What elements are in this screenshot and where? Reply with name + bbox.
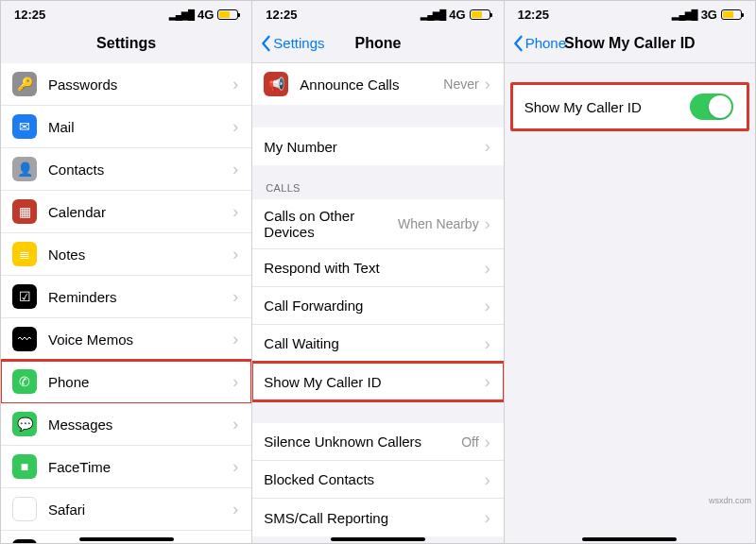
back-button[interactable]: Phone xyxy=(512,24,566,62)
signal-icon: ▂▄▆█ xyxy=(672,9,696,20)
status-right: ▂▄▆█ 4G xyxy=(169,8,239,22)
row-label: Respond with Text xyxy=(264,260,484,276)
settings-row-messages[interactable]: 💬Messages› xyxy=(1,403,251,446)
settings-row-contacts[interactable]: 👤Contacts› xyxy=(1,148,251,191)
row-sms-call-reporting[interactable]: SMS/Call Reporting› xyxy=(252,499,503,536)
settings-row-calendar[interactable]: ▦Calendar› xyxy=(1,191,251,233)
chevron-right-icon: › xyxy=(485,138,490,155)
battery-icon xyxy=(217,9,238,20)
caller-id-screen: 12:25 ▂▄▆█ 3G Phone Show My Caller ID Sh… xyxy=(505,1,755,543)
status-time: 12:25 xyxy=(518,8,549,22)
chevron-right-icon: › xyxy=(485,298,490,314)
calls-row-call-waiting[interactable]: Call Waiting› xyxy=(252,325,503,363)
safari-icon: ⊕ xyxy=(12,497,37,521)
settings-row-reminders[interactable]: ☑︎Reminders› xyxy=(1,276,251,318)
calls-row-call-forwarding[interactable]: Call Forwarding› xyxy=(252,287,503,325)
page-title: Show My Caller ID xyxy=(564,35,696,52)
settings-row-notes[interactable]: ≣Notes› xyxy=(1,233,251,276)
home-indicator[interactable] xyxy=(331,537,425,541)
status-right: ▂▄▆█ 4G xyxy=(421,8,490,22)
chevron-right-icon: › xyxy=(232,203,238,220)
row-label: Voice Memos xyxy=(48,332,232,348)
status-bar: 12:25 ▂▄▆█ 4G xyxy=(1,1,251,24)
row-label: Announce Calls xyxy=(300,76,443,93)
voicememo-icon: 〰 xyxy=(12,327,37,351)
row-label: FaceTime xyxy=(48,459,232,475)
show-caller-id-toggle[interactable] xyxy=(690,94,733,120)
back-label: Settings xyxy=(273,35,324,51)
settings-row-mail[interactable]: ✉︎Mail› xyxy=(1,106,251,148)
row-label: Calendar xyxy=(48,204,232,220)
row-label: Show My Caller ID xyxy=(524,99,690,115)
phone-settings-list[interactable]: 📢 Announce Calls Never › My Number › CAL… xyxy=(252,63,503,543)
chevron-right-icon: › xyxy=(232,458,238,475)
row-label: Messages xyxy=(48,416,232,433)
network-label: 3G xyxy=(701,8,717,22)
back-button[interactable]: Settings xyxy=(260,24,324,62)
announce-calls-row[interactable]: 📢 Announce Calls Never › xyxy=(252,63,503,105)
chevron-right-icon: › xyxy=(232,288,238,305)
chevron-right-icon: › xyxy=(232,76,238,93)
caller-id-content: Show My Caller ID xyxy=(505,63,755,543)
row-label: Contacts xyxy=(48,162,232,178)
chevron-right-icon: › xyxy=(485,76,490,93)
row-value: Off xyxy=(461,434,478,450)
chevron-right-icon: › xyxy=(232,416,238,433)
battery-icon xyxy=(470,9,490,20)
row-silence-unknown-callers[interactable]: Silence Unknown CallersOff› xyxy=(252,423,503,461)
page-title: Settings xyxy=(96,35,156,52)
mail-icon: ✉︎ xyxy=(12,114,37,139)
phone-icon: ✆ xyxy=(12,369,37,394)
settings-screen: 12:25 ▂▄▆█ 4G Settings 🔑Passwords›✉︎Mail… xyxy=(1,1,252,543)
row-blocked-contacts[interactable]: Blocked Contacts› xyxy=(252,461,503,499)
signal-icon: ▂▄▆█ xyxy=(169,9,194,20)
calls-section-header: CALLS xyxy=(252,165,503,199)
settings-row-voice-memos[interactable]: 〰Voice Memos› xyxy=(1,318,251,361)
home-indicator[interactable] xyxy=(582,537,677,541)
facetime-icon: ■ xyxy=(12,454,37,479)
chevron-right-icon: › xyxy=(232,501,238,518)
page-title: Phone xyxy=(355,35,402,52)
settings-list[interactable]: 🔑Passwords›✉︎Mail›👤Contacts›▦Calendar›≣N… xyxy=(1,63,251,543)
back-label: Phone xyxy=(525,35,566,51)
settings-row-passwords[interactable]: 🔑Passwords› xyxy=(1,63,251,106)
announce-icon: 📢 xyxy=(264,72,288,96)
chevron-right-icon: › xyxy=(232,246,238,263)
status-right: ▂▄▆█ 3G xyxy=(672,8,742,22)
row-label: Phone xyxy=(48,374,232,390)
settings-row-facetime[interactable]: ■FaceTime› xyxy=(1,446,251,488)
chevron-right-icon: › xyxy=(485,260,490,277)
stocks-icon: 📈 xyxy=(12,539,37,543)
status-bar: 12:25 ▂▄▆█ 3G xyxy=(505,1,755,24)
row-label: Call Forwarding xyxy=(264,298,484,314)
navbar: Phone Show My Caller ID xyxy=(505,24,755,63)
row-label: Reminders xyxy=(48,289,232,305)
row-label: SMS/Call Reporting xyxy=(264,510,484,526)
navbar: Settings Phone xyxy=(252,24,503,63)
network-label: 4G xyxy=(449,8,465,22)
chevron-right-icon: › xyxy=(485,509,490,526)
settings-row-safari[interactable]: ⊕Safari› xyxy=(1,488,251,531)
row-label: My Number xyxy=(264,139,484,155)
status-time: 12:25 xyxy=(266,8,297,22)
chevron-right-icon: › xyxy=(485,373,490,390)
chevron-right-icon: › xyxy=(485,434,490,450)
calls-row-show-my-caller-id[interactable]: Show My Caller ID› xyxy=(252,363,503,400)
battery-icon xyxy=(721,9,742,20)
chevron-right-icon: › xyxy=(485,335,490,352)
calls-row-respond-with-text[interactable]: Respond with Text› xyxy=(252,249,503,287)
chevron-right-icon: › xyxy=(232,118,238,135)
reminders-icon: ☑︎ xyxy=(12,284,37,309)
status-time: 12:25 xyxy=(14,8,45,22)
row-value: Never xyxy=(443,76,478,92)
row-value: When Nearby xyxy=(398,216,479,231)
home-indicator[interactable] xyxy=(79,537,174,541)
show-caller-id-row[interactable]: Show My Caller ID xyxy=(513,85,747,128)
chevron-right-icon: › xyxy=(485,471,490,488)
watermark: wsxdn.com xyxy=(709,496,751,505)
calls-row-calls-on-other-devices[interactable]: Calls on Other DevicesWhen Nearby› xyxy=(252,199,503,249)
messages-icon: 💬 xyxy=(12,412,37,436)
settings-row-phone[interactable]: ✆Phone› xyxy=(1,361,251,403)
my-number-row[interactable]: My Number › xyxy=(252,128,503,165)
chevron-right-icon: › xyxy=(232,161,238,178)
